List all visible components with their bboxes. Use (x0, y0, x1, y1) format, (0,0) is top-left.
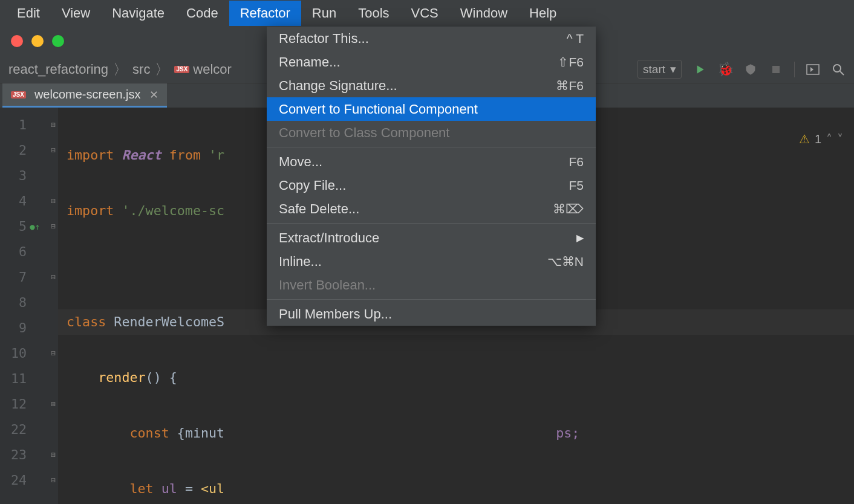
line-number: 24⊟ (0, 468, 58, 493)
svg-line-3 (840, 71, 844, 75)
menu-edit[interactable]: Edit (6, 1, 51, 26)
debug-button[interactable]: 🐞 (718, 62, 732, 77)
dropdown-refactor-this[interactable]: Refactor This...^ T (267, 27, 596, 50)
run-config-selector[interactable]: start ▾ (637, 60, 682, 79)
fold-icon[interactable]: ⊟ (51, 265, 56, 290)
line-number: 3 (0, 163, 58, 189)
dropdown-pull-members-up[interactable]: Pull Members Up... (267, 302, 596, 326)
toolbar-separator (794, 62, 795, 77)
chevron-right-icon: 〉 (155, 60, 169, 79)
fold-icon[interactable]: ⊟ (51, 214, 56, 239)
override-marker-icon[interactable]: ●↑ (30, 214, 40, 239)
line-number: 10⊟ (0, 341, 58, 366)
menu-vcs[interactable]: VCS (400, 1, 449, 26)
dropdown-inline[interactable]: Inline...⌥⌘N (267, 250, 596, 273)
dropdown-change-signature[interactable]: Change Signature...⌘F6 (267, 74, 596, 97)
line-number: 4⊟ (0, 189, 58, 214)
window-close-button[interactable] (11, 35, 23, 47)
menu-window[interactable]: Window (449, 1, 518, 26)
line-number: 11 (0, 366, 58, 392)
fold-icon[interactable]: ⊟ (51, 341, 56, 366)
warning-icon: ⚠ (799, 132, 810, 146)
line-number: 7⊟ (0, 265, 58, 290)
dropdown-extract-introduce[interactable]: Extract/Introduce▶ (267, 226, 596, 250)
line-number: 1⊟ (0, 112, 58, 138)
fold-icon[interactable]: ⊟ (51, 468, 56, 493)
line-number: 6 (0, 239, 58, 265)
menubar: Edit View Navigate Code Refactor Run Too… (0, 0, 854, 27)
close-icon[interactable]: ✕ (149, 88, 158, 102)
gutter: 1⊟ 2⊟ 3 4⊟ 5●↑⊟ 6 7⊟ 8 9 10⊟ 11 12⊞ 22 2… (0, 108, 58, 504)
line-number: 8 (0, 290, 58, 315)
jsx-file-icon: JSX (11, 91, 26, 99)
dropdown-separator (267, 223, 596, 224)
menu-help[interactable]: Help (518, 1, 567, 26)
menu-navigate[interactable]: Navigate (101, 1, 175, 26)
breadcrumb: react_refactoring 〉 src 〉 JSX welcor (8, 60, 232, 79)
line-number: 2⊟ (0, 138, 58, 163)
dropdown-rename[interactable]: Rename...⇧F6 (267, 50, 596, 74)
dropdown-convert-class: Convert to Class Component (267, 121, 596, 144)
breadcrumb-project[interactable]: react_refactoring (8, 62, 108, 77)
menu-run[interactable]: Run (301, 1, 347, 26)
warning-count: 1 (815, 132, 821, 146)
dropdown-safe-delete[interactable]: Safe Delete...⌘⌦ (267, 197, 596, 221)
fold-icon[interactable]: ⊟ (51, 138, 56, 163)
dropdown-separator (267, 147, 596, 147)
line-number: 5●↑⊟ (0, 214, 58, 239)
editor-problems-status[interactable]: ⚠ 1 ˄ ˅ (799, 132, 843, 146)
line-number: 9 (0, 315, 58, 341)
dropdown-convert-functional[interactable]: Convert to Functional Component (267, 97, 596, 121)
submenu-arrow-icon: ▶ (576, 232, 584, 244)
refactor-dropdown: Refactor This...^ T Rename...⇧F6 Change … (267, 27, 596, 326)
run-anything-button[interactable] (806, 62, 820, 77)
fold-icon[interactable]: ⊟ (51, 442, 56, 468)
prev-problem-icon[interactable]: ˄ (826, 132, 832, 146)
run-button[interactable] (693, 62, 707, 77)
menu-refactor[interactable]: Refactor (229, 1, 301, 26)
next-problem-icon[interactable]: ˅ (837, 132, 843, 146)
line-number: 23⊟ (0, 442, 58, 468)
menu-view[interactable]: View (51, 1, 101, 26)
tab-welcome-screen[interactable]: JSX welcome-screen.jsx ✕ (2, 83, 167, 108)
window-minimize-button[interactable] (31, 35, 44, 47)
breadcrumb-file[interactable]: welcor (193, 62, 232, 77)
fold-icon[interactable]: ⊟ (51, 189, 56, 214)
dropdown-invert-boolean: Invert Boolean... (267, 273, 596, 297)
breadcrumb-folder[interactable]: src (132, 62, 150, 77)
menu-tools[interactable]: Tools (347, 1, 400, 26)
run-config-label: start (643, 63, 665, 76)
menu-code[interactable]: Code (175, 1, 229, 26)
chevron-right-icon: 〉 (113, 60, 128, 79)
tab-label: welcome-screen.jsx (34, 88, 141, 102)
jsx-file-icon: JSX (174, 66, 189, 73)
window-maximize-button[interactable] (52, 35, 64, 47)
svg-rect-0 (772, 66, 780, 73)
dropdown-move[interactable]: Move...F6 (267, 150, 596, 173)
line-number: 12⊞ (0, 392, 58, 417)
line-number: 22 (0, 417, 58, 442)
stop-button[interactable] (769, 62, 783, 77)
chevron-down-icon: ▾ (670, 62, 676, 76)
search-everywhere-button[interactable] (831, 62, 846, 77)
coverage-button[interactable] (743, 62, 758, 77)
fold-icon[interactable]: ⊟ (51, 112, 56, 138)
fold-icon[interactable]: ⊞ (51, 392, 56, 417)
svg-point-2 (833, 65, 841, 72)
dropdown-separator (267, 299, 596, 300)
dropdown-copy-file[interactable]: Copy File...F5 (267, 173, 596, 197)
